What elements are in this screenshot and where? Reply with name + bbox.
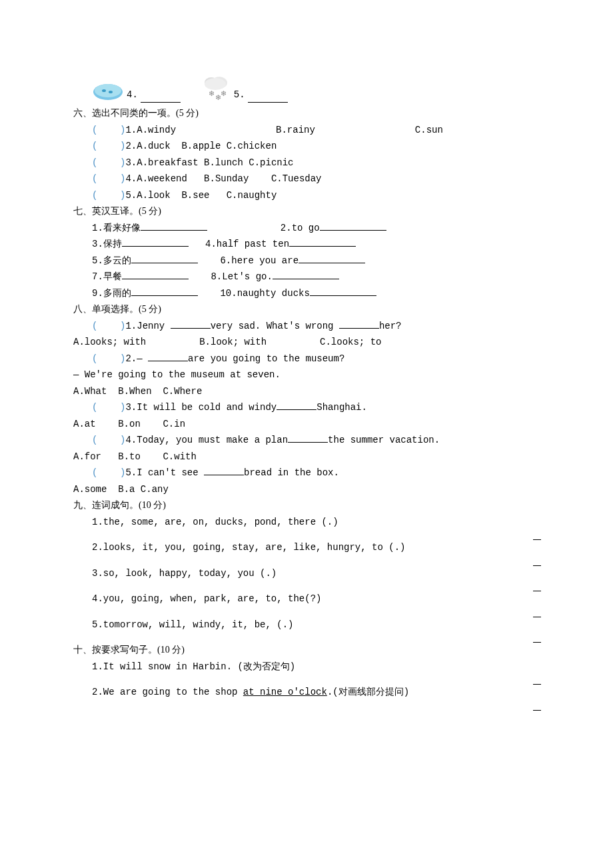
section-6-title: 六、选出不同类的一项。(5 分) [73, 105, 540, 122]
blank[interactable] [320, 221, 386, 231]
blank[interactable] [277, 400, 316, 410]
q8-2: ( )2.— are you going to the museum? [73, 351, 540, 367]
section-7-title: 七、英汉互译。(5 分) [73, 203, 540, 220]
blank[interactable] [148, 351, 188, 361]
q6-5: ( )5.A.look B.see C.naughty [73, 187, 540, 204]
q8-5-opts: A.some B.a C.any [73, 481, 540, 498]
svg-point-3 [109, 91, 113, 93]
q6-2: ( )2.A.duck B.apple C.chicken [73, 138, 540, 155]
blank[interactable] [131, 253, 198, 263]
q6-3: ( )3.A.breakfast B.lunch C.picnic [73, 155, 540, 171]
svg-text:❄: ❄ [209, 89, 215, 97]
q9-2: 2.looks, it, you, going, stay, are, like… [73, 539, 540, 556]
q10-1: 1.It will snow in Harbin. (改为否定句) [73, 659, 540, 675]
answer-bracket[interactable]: ( ) [92, 190, 125, 201]
q6-4: ( )4.A.weekend B.Sunday C.Tuesday [73, 171, 540, 187]
blank[interactable] [204, 465, 244, 475]
answer-bracket[interactable]: ( ) [92, 353, 125, 364]
section-8-title: 八、单项选择。(5 分) [73, 301, 540, 318]
svg-point-1 [95, 84, 121, 97]
answer-bracket[interactable]: ( ) [92, 467, 125, 478]
q8-2-opts: A.What B.When C.Where [73, 383, 540, 400]
blank-img4 [141, 93, 181, 103]
image-5-num: 5. [234, 87, 245, 103]
section-10-title: 十、按要求写句子。(10 分) [73, 642, 540, 659]
q8-4: ( )4.Today, you must make a planthe summ… [73, 432, 540, 449]
q8-5: ( )5.I can't see bread in the box. [73, 465, 540, 481]
svg-text:❄: ❄ [221, 89, 227, 97]
q8-3: ( )3.It will be cold and windyShanghai. [73, 399, 540, 416]
q7-4: 7.早餐 8.Let's go. [73, 269, 540, 285]
answer-bracket[interactable]: ( ) [92, 157, 125, 168]
q7-5: 9.多雨的 10.naughty ducks [73, 285, 540, 302]
q9-1: 1.the, some, are, on, ducks, pond, there… [73, 514, 540, 531]
q6-1: ( )1.A.windyB.rainyC.sun [73, 122, 540, 139]
q9-3: 3.so, look, happy, today, you (.) [73, 565, 540, 582]
blank[interactable] [273, 269, 339, 279]
q9-5: 5.tomorrow, will, windy, it, be, (.) [73, 617, 540, 633]
blank[interactable] [171, 319, 211, 329]
blank[interactable] [122, 237, 189, 247]
answer-bracket[interactable]: ( ) [92, 435, 125, 445]
rain-icon [92, 73, 124, 103]
answer-bracket[interactable]: ( ) [92, 402, 125, 413]
blank[interactable] [141, 221, 207, 231]
blank[interactable] [310, 286, 376, 296]
answer-bracket[interactable]: ( ) [92, 173, 125, 184]
answer-bracket[interactable]: ( ) [92, 321, 125, 331]
blank[interactable] [122, 269, 189, 279]
q10-2: 2.We are going to the shop at nine o'clo… [73, 684, 540, 701]
q8-2-line2: — We're going to the museum at seven. [73, 367, 540, 383]
svg-point-2 [102, 89, 106, 92]
blank[interactable] [299, 253, 365, 263]
snow-cloud-icon: ❄ ❄ ❄ [199, 73, 231, 103]
blank[interactable] [289, 237, 356, 247]
blank[interactable] [131, 286, 198, 296]
q7-2: 3.保持 4.half past ten [73, 236, 540, 253]
blank[interactable] [288, 433, 328, 443]
q7-1: 1.看来好像2.to go [73, 220, 540, 237]
section-9-title: 九、连词成句。(10 分) [73, 497, 540, 514]
q8-4-opts: A.for B.to C.with [73, 449, 540, 465]
blank-img5 [248, 93, 288, 103]
svg-point-6 [205, 78, 226, 90]
q9-4: 4.you, going, when, park, are, to, the(?… [73, 591, 540, 607]
underlined-text: at nine o'clock [243, 687, 327, 697]
answer-bracket[interactable]: ( ) [92, 125, 125, 135]
q8-1: ( )1.Jenny very sad. What's wrong her? [73, 318, 540, 335]
image-4-num: 4. [127, 87, 138, 103]
q8-3-opts: A.at B.on C.in [73, 416, 540, 433]
q7-3: 5.多云的 6.here you are [73, 253, 540, 269]
picture-row: 4. ❄ ❄ ❄ 5. [73, 73, 540, 103]
answer-bracket[interactable]: ( ) [92, 141, 125, 151]
blank[interactable] [339, 319, 379, 329]
q8-1-opts: A.looks; withB.look; withC.looks; to [73, 334, 540, 351]
